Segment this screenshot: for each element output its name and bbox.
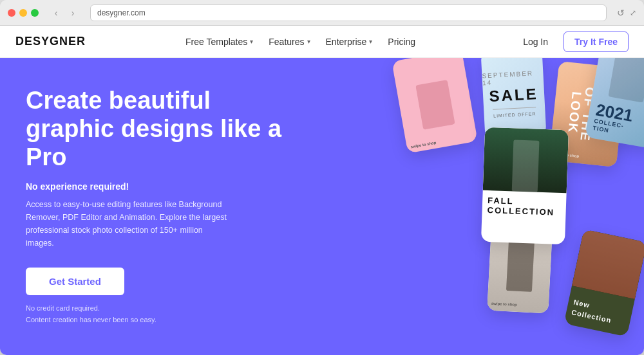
logo[interactable]: DESYGNER	[15, 35, 86, 48]
nav-links: Free Templates ▾ Features ▾ Enterprise ▾…	[179, 33, 422, 51]
nav-actions: Log In Try It Free	[515, 32, 629, 52]
template-card-new-collection: NewCollection	[564, 229, 644, 337]
hero-section: Create beautiful graphic designs like a …	[0, 58, 644, 355]
forward-button[interactable]: ›	[66, 6, 80, 20]
disclaimer-line2: Content creation has never been so easy.	[26, 314, 283, 326]
traffic-lights	[8, 9, 39, 17]
hero-cards: swipe to shop SEPTEMBER 14 SALE LIMITED …	[361, 58, 644, 355]
minimize-icon[interactable]	[19, 9, 27, 17]
nav-enterprise[interactable]: Enterprise ▾	[319, 33, 379, 51]
close-icon[interactable]	[8, 9, 15, 17]
nav-pricing[interactable]: Pricing	[381, 33, 422, 51]
pricing-label: Pricing	[388, 37, 415, 47]
hero-title: Create beautiful graphic designs like a …	[26, 87, 283, 171]
address-bar[interactable]: desygner.com	[90, 5, 607, 21]
url-text: desygner.com	[97, 8, 146, 17]
nav-features[interactable]: Features ▾	[262, 33, 316, 51]
features-label: Features	[269, 37, 304, 47]
nav-free-templates[interactable]: Free Templates ▾	[179, 33, 260, 51]
try-free-button[interactable]: Try It Free	[564, 32, 629, 52]
free-templates-label: Free Templates	[185, 37, 247, 47]
enterprise-label: Enterprise	[326, 37, 367, 47]
chevron-down-icon: ▾	[369, 38, 372, 45]
page: DESYGNER Free Templates ▾ Features ▾ Ent…	[0, 26, 644, 355]
get-started-button[interactable]: Get Started	[26, 268, 124, 295]
maximize-icon[interactable]	[31, 9, 39, 17]
hero-subtitle: No experience required!	[26, 181, 283, 192]
login-button[interactable]: Log In	[515, 33, 556, 51]
refresh-icon[interactable]: ↺	[617, 8, 625, 18]
browser-window: ‹ › desygner.com ↺ ⤢ DESYGNER Free Templ…	[0, 0, 644, 355]
disclaimer-line1: No credit card required.	[26, 303, 283, 314]
back-button[interactable]: ‹	[49, 6, 63, 20]
chevron-down-icon: ▾	[307, 38, 310, 45]
template-card-fall: FALLCOLLECTION	[481, 127, 569, 244]
titlebar: ‹ › desygner.com ↺ ⤢	[0, 0, 644, 26]
hero-description: Access to easy-to-use editing features l…	[26, 198, 232, 250]
hero-text: Create beautiful graphic designs like a …	[26, 87, 283, 325]
chevron-down-icon: ▾	[250, 38, 253, 45]
topnav: DESYGNER Free Templates ▾ Features ▾ Ent…	[0, 26, 644, 58]
template-card-sale: SEPTEMBER 14 SALE LIMITED OFFER	[481, 58, 547, 138]
template-card-pink: swipe to shop	[392, 58, 478, 153]
browser-nav-buttons: ‹ ›	[49, 6, 80, 20]
hero-disclaimer: No credit card required. Content creatio…	[26, 303, 283, 325]
expand-icon[interactable]: ⤢	[630, 8, 636, 17]
